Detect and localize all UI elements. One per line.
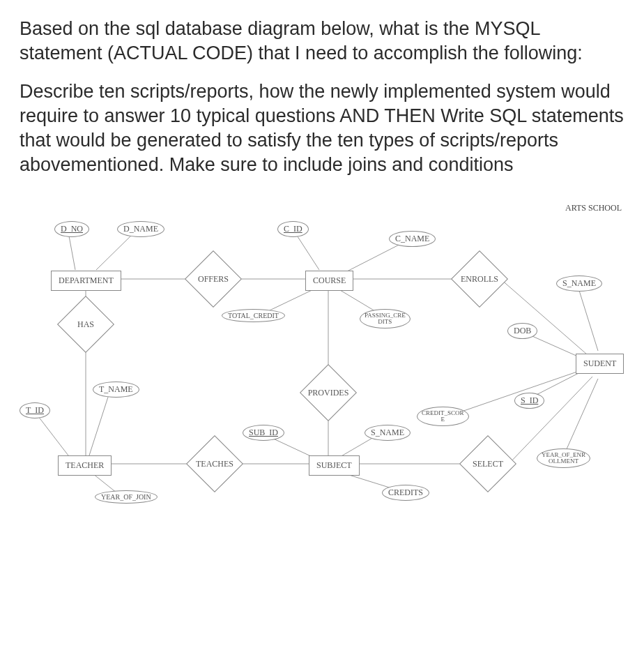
attr-c-name: C_NAME — [389, 231, 436, 247]
entity-subject: SUBJECT — [309, 455, 360, 476]
attr-s-name-subject: S_NAME — [365, 425, 411, 441]
svg-line-12 — [68, 232, 75, 270]
svg-line-13 — [96, 232, 135, 270]
rel-enrolls: ENROLLS — [452, 265, 507, 293]
attr-d-name: D_NAME — [117, 221, 164, 237]
entity-department: DEPARTMENT — [51, 271, 121, 291]
attr-s-name-student: S_NAME — [556, 275, 602, 292]
attr-passing-credits: PASSING_CREDITS — [360, 309, 411, 328]
svg-line-18 — [577, 284, 598, 351]
entity-course: COURSE — [305, 271, 353, 291]
attr-c-id: C_ID — [277, 221, 309, 237]
attr-total-credit: TOTAL_CREDIT — [222, 309, 285, 322]
question-paragraph-1: Based on the sql database diagram below,… — [20, 17, 624, 66]
attr-t-id: T_ID — [20, 402, 50, 418]
rel-teaches: TEACHES — [187, 450, 243, 478]
question-paragraph-2: Describe ten scripts/reports, how the ne… — [20, 80, 624, 177]
attr-credit-score: CREDIT_SCORE — [417, 407, 469, 426]
attr-sub-id: SUB_ID — [243, 425, 284, 441]
rel-has: HAS — [58, 310, 114, 338]
attr-s-id: S_ID — [514, 393, 544, 409]
rel-provides: PROVIDES — [300, 379, 356, 407]
er-diagram: ARTS SCHOOL DEPARTMENT D_NO D_NAME OFFER… — [20, 199, 624, 520]
entity-student: SUDENT — [576, 354, 624, 374]
svg-line-14 — [295, 232, 319, 270]
attr-year-of-enrollment: YEAR_OF_ENROLLMENT — [537, 448, 590, 468]
page: Based on the sql database diagram below,… — [0, 0, 644, 657]
svg-line-23 — [89, 391, 110, 455]
attr-dob: DOB — [507, 323, 537, 339]
rel-select: SELECT — [460, 450, 516, 478]
rel-offers: OFFERS — [185, 265, 241, 293]
svg-line-22 — [452, 372, 577, 415]
attr-t-name: T_NAME — [93, 382, 139, 398]
diagram-title: ARTS SCHOOL — [565, 203, 622, 213]
svg-line-21 — [563, 379, 598, 457]
entity-teacher: TEACHER — [58, 455, 112, 476]
attr-year-of-join: YEAR_OF_JOIN — [95, 490, 158, 504]
attr-d-no: D_NO — [54, 221, 89, 237]
attr-credits: CREDITS — [382, 485, 429, 501]
